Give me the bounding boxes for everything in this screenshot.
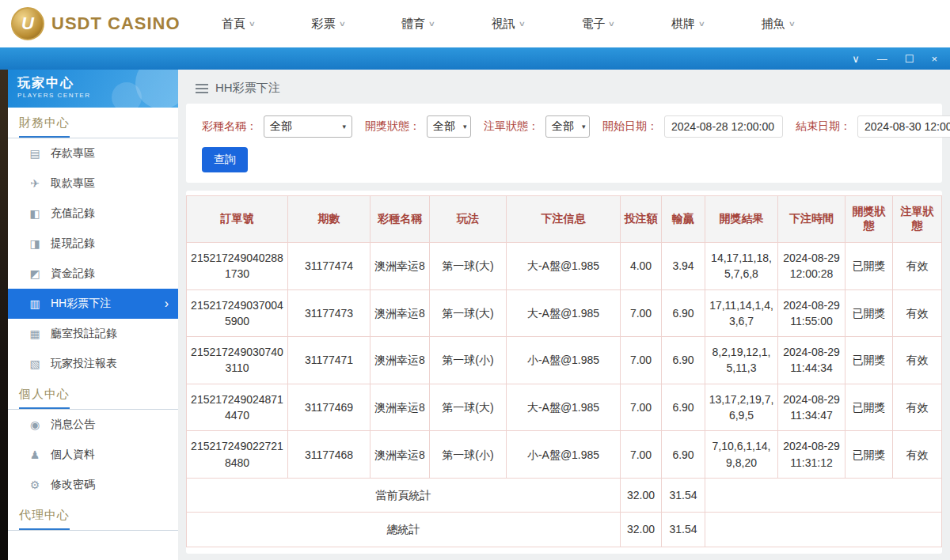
nav-item-2[interactable]: 體育∨ [401,17,435,32]
table-cell: 澳洲幸运8 [370,337,430,384]
table-cell: 已開獎 [846,289,893,337]
table-cell: 有效 [893,243,942,290]
sidebar-item-label: 消息公告 [51,418,95,432]
table-cell: 8,2,19,12,1,5,11,3 [705,337,778,384]
filter-panel: 彩種名稱：全部▾開獎狀態：全部▾注單狀態：全部▾開始日期：結束日期： 查詢 [186,104,942,183]
lottery-bets-icon: ▥ [28,297,41,310]
sidebar-item-0-6[interactable]: ▦廳室投註記錄 [8,319,178,349]
funds-record-icon: ◩ [28,267,41,280]
filter-label-0: 彩種名稱： [202,119,257,134]
logo-icon: U [11,7,44,40]
table-cell: 第一球(大) [430,243,507,290]
table-row: 215217249040288173031177474澳洲幸运8第一球(大)大-… [187,243,942,290]
nav-item-label: 首頁 [222,17,245,32]
column-header-6: 輸贏 [662,196,705,243]
filter-select-2[interactable]: 全部▾ [545,115,590,138]
table-cell: 第一球(小) [430,337,507,384]
chevron-down-icon[interactable]: ∨ [852,54,860,64]
sidebar-item-label: 修改密碼 [51,478,95,492]
bets-table-panel: 訂單號期數彩種名稱玩法下注信息投注額輸贏開獎結果下注時間開獎狀態注單狀態 215… [186,191,942,554]
announcement-bell-icon: ◉ [28,418,41,431]
filter-select-0[interactable]: 全部▾ [264,115,352,138]
table-cell: 有效 [893,384,942,431]
search-button[interactable]: 查詢 [202,147,248,172]
table-cell: 7,10,6,1,14,9,8,20 [705,431,778,479]
sidebar-section-text: 財務中心 [19,115,70,138]
sidebar-section-label-1: 個人中心 [8,379,178,410]
sidebar-header: 玩家中心 PLAYERS CENTER [8,70,178,108]
table-cell: 17,11,14,1,4,3,6,7 [705,289,778,337]
top-header: U USDT CASINO 首頁∨彩票∨體育∨視訊∨電子∨棋牌∨捕魚∨ [0,0,950,47]
chevron-right-icon: › [165,297,169,311]
table-cell: 已開獎 [846,243,893,290]
bets-table: 訂單號期數彩種名稱玩法下注信息投注額輸贏開獎結果下注時間開獎狀態注單狀態 215… [186,195,942,547]
summary-bet-total: 32.00 [621,513,662,547]
nav-item-3[interactable]: 視訊∨ [492,17,525,32]
table-cell: 7.00 [621,289,662,337]
sidebar-item-0-5[interactable]: ▥HH彩票下注› [8,289,178,319]
table-cell: 小-A盤@1.985 [507,431,621,479]
sidebar-item-0-1[interactable]: ✈取款專區 [8,168,178,199]
sidebar-item-1-2[interactable]: ⚙修改密碼 [8,470,178,500]
summary-winloss-total: 31.54 [662,478,705,512]
main-content: HH彩票下注 彩種名稱：全部▾開獎狀態：全部▾注單狀態：全部▾開始日期：結束日期… [178,70,950,560]
nav-item-0[interactable]: 首頁∨ [222,17,255,32]
table-cell: 2152172490370045900 [187,289,288,337]
change-password-gear-icon: ⚙ [28,479,41,491]
nav-item-1[interactable]: 彩票∨ [312,17,345,32]
select-value: 全部 [433,119,455,134]
filter-label-2: 注單狀態： [484,119,539,134]
sidebar-title: 玩家中心 [17,75,169,92]
table-cell: 2024-08-29 11:55:00 [778,289,846,337]
table-cell: 已開獎 [846,431,893,479]
sidebar-item-1-1[interactable]: ♟個人資料 [8,440,178,470]
minimize-icon[interactable]: — [877,54,887,64]
maximize-icon[interactable]: ☐ [905,54,914,64]
sidebar-item-0-2[interactable]: ◧充值記錄 [8,199,178,229]
sidebar-item-label: 資金記錄 [51,267,95,281]
nav-item-4[interactable]: 電子∨ [581,17,614,32]
table-cell: 小-A盤@1.985 [507,337,621,384]
table-cell: 31177468 [288,431,370,479]
table-cell: 澳洲幸运8 [370,289,430,337]
column-header-3: 玩法 [430,196,507,243]
table-row: 215217249037004590031177473澳洲幸运8第一球(大)大-… [187,289,942,337]
sidebar-section-label-2: 代理中心 [8,500,178,531]
top-nav: 首頁∨彩票∨體育∨視訊∨電子∨棋牌∨捕魚∨ [222,17,950,32]
sidebar-item-0-4[interactable]: ◩資金記錄 [8,259,178,289]
column-header-7: 開獎結果 [705,196,778,243]
sidebar-subtitle: PLAYERS CENTER [17,92,169,99]
logo[interactable]: U USDT CASINO [0,7,184,40]
nav-item-5[interactable]: 棋牌∨ [671,17,705,32]
sidebar-item-0-3[interactable]: ◨提現記錄 [8,229,178,259]
menu-toggle-icon[interactable] [196,84,208,93]
filter-select-1[interactable]: 全部▾ [427,115,471,138]
sidebar-menu: 財務中心▤存款專區✈取款專區◧充值記錄◨提現記錄◩資金記錄▥HH彩票下注›▦廳室… [8,108,178,531]
deposit-icon: ▤ [28,147,41,160]
bet-report-icon: ▧ [28,358,41,370]
summary-empty-cell [705,478,942,512]
table-cell: 有效 [893,431,942,479]
nav-item-6[interactable]: 捕魚∨ [762,17,795,32]
sidebar-item-0-7[interactable]: ▧玩家投注報表 [8,349,178,379]
filter-date-input-4[interactable] [857,115,950,138]
page-title: HH彩票下注 [215,81,280,96]
sidebar-item-0-0[interactable]: ▤存款專區 [8,138,178,168]
table-cell: 大-A盤@1.985 [507,384,621,431]
filter-date-input-3[interactable] [664,115,783,138]
room-bets-record-icon: ▦ [28,327,41,340]
profile-person-icon: ♟ [28,448,41,461]
table-cell: 2024-08-29 11:31:12 [778,431,846,479]
summary-label: 總統計 [187,513,621,547]
sidebar-item-label: 提現記錄 [51,236,95,251]
close-icon[interactable]: × [931,54,937,64]
logo-text: USDT CASINO [51,13,180,34]
sidebar-item-1-0[interactable]: ◉消息公告 [8,410,178,440]
table-row: 215217249022721848031177468澳洲幸运8第一球(小)小-… [187,431,942,479]
chevron-down-icon: ∨ [518,20,525,28]
table-cell: 第一球(小) [430,431,507,479]
table-cell: 已開獎 [846,337,893,384]
sidebar-item-label: 取款專區 [51,176,95,191]
app-window: U USDT CASINO 首頁∨彩票∨體育∨視訊∨電子∨棋牌∨捕魚∨ ∨ — … [0,0,950,560]
table-cell: 13,17,2,19,7,6,9,5 [705,384,778,431]
